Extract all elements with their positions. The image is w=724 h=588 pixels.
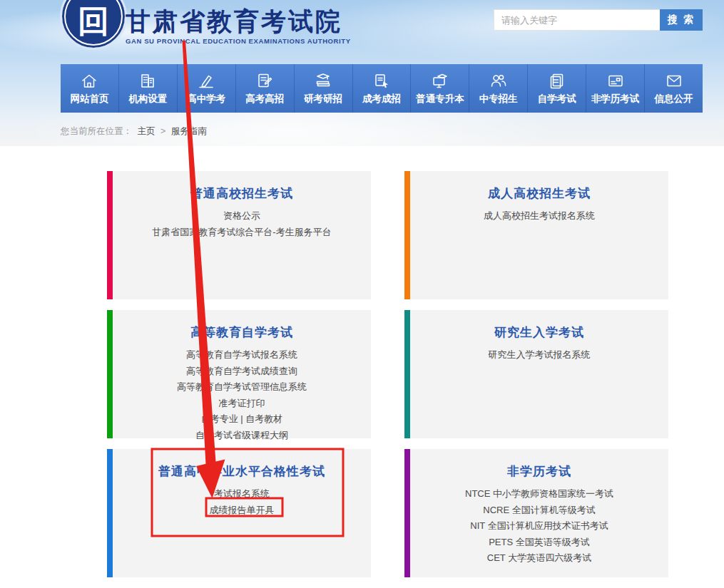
people-icon — [489, 72, 508, 91]
pencil-books-icon — [197, 72, 215, 91]
search-bar: 搜 索 — [494, 9, 703, 31]
nav-item-label: 研考研招 — [304, 93, 342, 105]
site-logo[interactable]: 回 — [60, 0, 127, 50]
card-accent-bar — [107, 310, 113, 438]
nav-item-label: 机构设置 — [128, 93, 167, 105]
main-nav: 网站首页机构设置高中学考高考高招研考研招成考成招普通专升本中专招生自学考试非学历… — [61, 64, 703, 113]
card-title: 研究生入学考试 — [417, 324, 661, 341]
home-icon — [80, 72, 98, 91]
site-title-block: 甘肃省教育考试院 GAN SU PROVINCAL EDUCATION EXAM… — [126, 6, 351, 45]
card-link[interactable]: 考试报名系统 — [120, 486, 364, 502]
envelope-icon — [665, 72, 683, 91]
nav-item-label: 高中学考 — [187, 93, 225, 105]
nav-item-9[interactable]: 自学考试 — [527, 64, 586, 113]
nav-item-6[interactable]: 成考成招 — [352, 64, 411, 113]
nav-item-10[interactable]: 非学历考试 — [586, 64, 644, 113]
card-accent-bar — [107, 171, 113, 299]
nav-item-1[interactable]: 网站首页 — [61, 64, 118, 113]
nav-item-5[interactable]: 研考研招 — [294, 64, 352, 113]
nav-item-label: 信息公开 — [655, 93, 693, 105]
book-icon — [548, 72, 566, 91]
nav-item-3[interactable]: 高中学考 — [177, 64, 235, 113]
nav-item-label: 网站首页 — [70, 93, 108, 105]
card-link[interactable]: NCRE 全国计算机等级考试 — [417, 502, 661, 519]
card-link[interactable]: NTCE 中小学教师资格国家统一考试 — [417, 486, 661, 502]
exam-doc-icon — [255, 72, 274, 91]
cards-grid: 普通高校招生考试资格公示甘肃省国家教育考试综合平台-考生服务平台成人高校招生考试… — [107, 171, 668, 577]
card-link[interactable]: 高等教育自学考试管理信息系统 — [120, 379, 364, 396]
breadcrumb: 您当前所在位置： 主页 > 服务指南 — [61, 125, 210, 138]
card-links: 研究生入学考试报名系统 — [417, 347, 661, 363]
breadcrumb-current[interactable]: 服务指南 — [171, 126, 207, 136]
card-link[interactable]: 准考证打印 — [120, 396, 364, 412]
service-cards-section: 普通高校招生考试资格公示甘肃省国家教育考试综合平台-考生服务平台成人高校招生考试… — [0, 146, 724, 588]
card-link[interactable]: 成绩报告单开具 — [120, 502, 364, 519]
card-title: 高等教育自学考试 — [120, 324, 364, 341]
breadcrumb-home[interactable]: 主页 — [137, 126, 155, 136]
card-links: NTCE 中小学教师资格国家统一考试NCRE 全国计算机等级考试NIT 全国计算… — [417, 486, 661, 567]
card-link[interactable]: 成人高校招生考试报名系统 — [417, 208, 661, 225]
service-card-4: 研究生入学考试研究生入学考试报名系统 — [404, 310, 668, 438]
card-links: 考试报名系统成绩报告单开具 — [120, 486, 364, 518]
card-link[interactable]: 自考专业 | 自考教材 — [120, 411, 364, 428]
card-accent-bar — [404, 171, 410, 299]
service-card-1: 普通高校招生考试资格公示甘肃省国家教育考试综合平台-考生服务平台 — [107, 171, 371, 299]
monitor-cap-icon — [431, 72, 449, 91]
nav-item-label: 高考高招 — [245, 93, 284, 105]
nav-item-7[interactable]: 普通专升本 — [410, 64, 469, 113]
card-links: 高等教育自学考试报名系统高等教育自学考试成绩查询高等教育自学考试管理信息系统准考… — [120, 347, 364, 443]
nav-item-2[interactable]: 机构设置 — [118, 64, 177, 113]
card-accent-bar — [404, 310, 410, 438]
card-title: 非学历考试 — [417, 463, 661, 480]
nav-item-label: 普通专升本 — [416, 93, 464, 105]
search-input[interactable] — [494, 9, 660, 31]
search-button[interactable]: 搜 索 — [660, 9, 703, 31]
card-accent-bar — [107, 449, 113, 577]
card-title: 普通高校招生考试 — [120, 185, 364, 202]
nav-item-label: 自学考试 — [538, 93, 576, 105]
service-card-5: 普通高中学业水平合格性考试考试报名系统成绩报告单开具 — [107, 449, 371, 577]
page-root: 回 甘肃省教育考试院 GAN SU PROVINCAL EDUCATION EX… — [0, 0, 724, 588]
card-links: 成人高校招生考试报名系统 — [417, 208, 661, 225]
id-card-icon — [606, 72, 625, 91]
breadcrumb-label: 您当前所在位置： — [61, 126, 132, 136]
site-title: 甘肃省教育考试院 — [126, 6, 351, 36]
card-accent-bar — [404, 449, 410, 577]
nav-item-11[interactable]: 信息公开 — [644, 64, 703, 113]
card-link[interactable]: 资格公示 — [120, 208, 364, 225]
card-link[interactable]: 研究生入学考试报名系统 — [417, 347, 661, 363]
card-link[interactable]: 自学考试省级课程大纲 — [120, 428, 364, 444]
card-link[interactable]: 高等教育自学考试成绩查询 — [120, 363, 364, 380]
nav-item-label: 中专招生 — [479, 93, 518, 105]
service-card-3: 高等教育自学考试高等教育自学考试报名系统高等教育自学考试成绩查询高等教育自学考试… — [107, 310, 371, 438]
nav-item-4[interactable]: 高考高招 — [235, 64, 294, 113]
nav-item-label: 成考成招 — [362, 93, 401, 105]
card-link[interactable]: 甘肃省国家教育考试综合平台-考生服务平台 — [120, 225, 364, 241]
card-link[interactable]: NIT 全国计算机应用技术证书考试 — [417, 518, 661, 535]
building-icon — [138, 72, 157, 91]
service-card-6: 非学历考试NTCE 中小学教师资格国家统一考试NCRE 全国计算机等级考试NIT… — [404, 449, 668, 577]
doc-cursor-icon — [372, 72, 391, 91]
nav-item-8[interactable]: 中专招生 — [469, 64, 527, 113]
books-cap-icon — [314, 72, 332, 91]
card-title: 成人高校招生考试 — [417, 185, 661, 202]
logo-emblem-icon: 回 — [78, 6, 109, 37]
site-subtitle: GAN SU PROVINCAL EDUCATION EXAMINATIONS … — [126, 37, 351, 45]
card-links: 资格公示甘肃省国家教育考试综合平台-考生服务平台 — [120, 208, 364, 240]
card-link[interactable]: 高等教育自学考试报名系统 — [120, 347, 364, 363]
card-link[interactable]: CET 大学英语四六级考试 — [417, 550, 661, 567]
nav-item-label: 非学历考试 — [591, 93, 640, 105]
breadcrumb-separator-icon: > — [160, 126, 165, 136]
card-link[interactable]: PETS 全国英语等级考试 — [417, 535, 661, 551]
card-title: 普通高中学业水平合格性考试 — [120, 463, 364, 480]
service-card-2: 成人高校招生考试成人高校招生考试报名系统 — [404, 171, 668, 299]
